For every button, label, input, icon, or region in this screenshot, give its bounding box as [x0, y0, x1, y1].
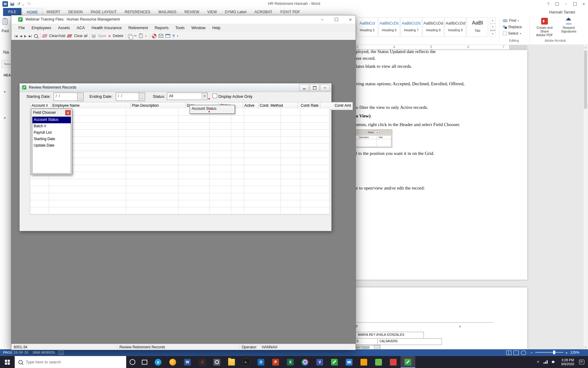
menu-retirement[interactable]: Retirement [125, 24, 151, 32]
taskbar-icon-red-app[interactable] [386, 356, 401, 368]
menu-help[interactable]: Help [209, 24, 224, 32]
nav-next-button[interactable]: ▶ [24, 34, 27, 38]
redo-button[interactable]: ↻ [28, 1, 31, 7]
review-close-button[interactable]: × [320, 84, 330, 91]
document-scrollbar[interactable]: ▴ ▾ [583, 45, 588, 349]
ribbon-options-button[interactable] [553, 0, 561, 8]
ending-date-input[interactable]: / / [116, 93, 141, 101]
taskbar-icon-acrobat[interactable] [195, 356, 209, 368]
help-button[interactable]: ? [544, 0, 552, 8]
network-icon[interactable] [541, 360, 550, 364]
taskbar-icon-file-explorer[interactable] [224, 356, 239, 368]
nav-previous-button[interactable]: ◀ [20, 34, 22, 38]
heading-collapse-icon[interactable]: ▸ [4, 90, 6, 93]
cancel-icon[interactable]: × [145, 34, 147, 38]
menu-assets[interactable]: Assets [55, 24, 73, 32]
undo-dropdown-icon[interactable]: ▾ [23, 2, 24, 8]
display-active-only-checkbox[interactable] [213, 94, 217, 98]
page-count[interactable]: PAGE 15 OF 20 [3, 351, 28, 354]
style-title[interactable]: AaBl Title [467, 17, 488, 37]
cortana-button[interactable] [126, 356, 138, 368]
help-lifebuoy-icon[interactable] [152, 34, 156, 38]
web-layout-button[interactable] [521, 351, 526, 355]
copy-icon[interactable] [128, 34, 132, 38]
style-heading-9[interactable]: AaBbCcDd Heading 9 [445, 17, 466, 37]
styles-gallery-more-button[interactable]: ▾ [490, 30, 496, 37]
tray-overflow-chevron[interactable]: ^ [535, 360, 541, 364]
account-user-name[interactable]: Hannah Tarrats [549, 10, 575, 14]
taskbar-icon-visio[interactable] [312, 356, 327, 368]
style-heading-6[interactable]: AaBbCcDc Heading 6 [379, 17, 400, 37]
scroll-down-button[interactable]: ▾ [583, 345, 588, 349]
undo-button[interactable]: ↺ [17, 1, 21, 7]
taskbar-icon-remote-desktop[interactable] [342, 356, 356, 368]
print-icon[interactable] [159, 34, 163, 38]
styles-scroll-up-button[interactable]: ▴ [490, 17, 496, 24]
styles-scroll-down-button[interactable]: ▾ [490, 24, 496, 30]
restore-button[interactable] [571, 0, 579, 8]
search-document-box[interactable]: Sea [2, 60, 11, 68]
taskbar-icon-chrome[interactable] [298, 356, 312, 368]
delete-button[interactable]: Delete [113, 34, 123, 38]
close-button[interactable]: × [579, 0, 588, 8]
taskbar-icon-terminal[interactable] [239, 356, 254, 368]
save-button[interactable] [10, 2, 14, 6]
ending-date-browse-button[interactable]: ... [139, 93, 145, 101]
status-dropdown[interactable]: All ▾ [167, 93, 208, 100]
field-item-update-date[interactable]: Update Date [32, 143, 71, 149]
menu-file[interactable]: File [15, 24, 28, 32]
taskbar-icon-hrm[interactable] [327, 356, 342, 368]
menu-window[interactable]: Window [188, 24, 209, 32]
taskbar-icon-word[interactable] [180, 356, 195, 368]
field-item-batch-number[interactable]: Batch # [32, 123, 71, 130]
paste-button-fragment[interactable]: Past [2, 29, 9, 33]
clear-all-button[interactable]: Clear all [74, 34, 87, 38]
help-icon[interactable]: ? [172, 34, 175, 38]
style-heading-8[interactable]: AaBbCcDd Heading 8 [423, 17, 444, 37]
menu-employees[interactable]: Employees [28, 24, 55, 32]
heading-collapse-icon[interactable]: ▸ [4, 116, 6, 119]
review-minimize-button[interactable] [299, 84, 309, 91]
field-item-payroll-list[interactable]: Payroll List [32, 130, 71, 136]
speaker-icon[interactable] [552, 360, 556, 364]
minimize-button[interactable]: – [562, 0, 570, 8]
taskbar-icon-green-app[interactable] [371, 356, 386, 368]
field-item-starting-date[interactable]: Starting Date [32, 136, 71, 143]
paste-icon[interactable] [139, 34, 143, 38]
create-share-adobe-pdf-button[interactable]: Create and Share Adobe PDF [532, 18, 557, 37]
record-card-icon[interactable] [165, 34, 170, 38]
clear-add-button[interactable]: Clear/Add [49, 34, 65, 38]
headings-tab-fragment[interactable]: HEA [4, 73, 11, 77]
taskbar-search[interactable] [15, 356, 126, 368]
menu-reports[interactable]: Reports [151, 24, 172, 32]
task-view-button[interactable] [138, 356, 151, 368]
taskbar-icon-excel[interactable] [283, 356, 298, 368]
toolbar-options-icon[interactable]: ▾ [177, 35, 178, 37]
find-button[interactable]: Find ▾ [503, 18, 519, 23]
nav-first-button[interactable]: |◀ [14, 34, 17, 38]
hrm-maximize-button[interactable] [332, 15, 341, 24]
zoom-out-button[interactable]: − [530, 351, 533, 355]
print-layout-button[interactable] [514, 351, 519, 355]
zoom-slider-track[interactable] [535, 352, 564, 353]
field-item-account-status[interactable]: Account Status [32, 117, 71, 123]
replace-button[interactable]: Replace [503, 25, 522, 29]
style-heading-7[interactable]: AaBbCcDc Heading 7 [401, 17, 422, 37]
starting-date-browse-button[interactable]: ... [77, 93, 84, 101]
action-center-icon[interactable] [579, 360, 584, 364]
request-signatures-button[interactable]: Request Signatures [559, 18, 579, 33]
taskbar-icon-powerpoint[interactable] [268, 356, 283, 368]
taskbar-icon-firefox[interactable] [165, 356, 180, 368]
save-button[interactable]: Save [98, 34, 106, 38]
starting-date-input[interactable]: / / [54, 93, 80, 101]
review-restore-button[interactable] [310, 84, 319, 91]
search-input[interactable] [25, 359, 106, 365]
taskbar-icon-orange-app[interactable] [356, 356, 371, 368]
menu-tools[interactable]: Tools [172, 24, 188, 32]
tray-clock[interactable]: 3:28 PM 9/9/2020 [558, 358, 577, 366]
scrollbar-thumb[interactable] [584, 51, 587, 109]
taskbar-icon-outlook[interactable] [254, 356, 268, 368]
menu-aca[interactable]: ACA [73, 24, 88, 32]
scroll-up-button[interactable]: ▴ [583, 45, 588, 49]
style-heading-5[interactable]: AaBbCcl Heading 5 [356, 17, 378, 37]
